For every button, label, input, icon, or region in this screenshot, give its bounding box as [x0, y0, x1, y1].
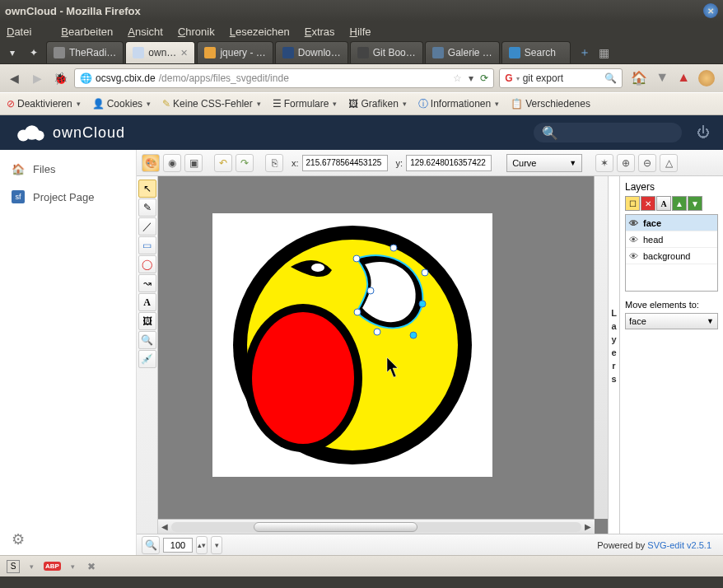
eyedropper-tool[interactable]: 💉	[138, 350, 156, 368]
menu-extras[interactable]: Extras	[305, 26, 335, 38]
pencil-tool[interactable]: ✎	[138, 198, 156, 217]
main-menu-button[interactable]: 🎨	[142, 154, 160, 172]
browser-tab[interactable]: jquery - …	[197, 41, 273, 63]
greasemonkey-icon[interactable]	[698, 70, 715, 86]
url-input[interactable]: 🌐 ocsvg.cbix.de/demo/apps/files_svgedit/…	[74, 68, 494, 88]
dev-info[interactable]: ⓘInformationen	[418, 97, 499, 111]
layer-down-button[interactable]: ▼	[688, 196, 702, 211]
browser-tab[interactable]: Search	[501, 41, 571, 63]
layer-row[interactable]: 👁background	[626, 248, 717, 264]
site-identity-icon[interactable]: 🌐	[80, 72, 92, 84]
eye-icon[interactable]: 👁	[629, 235, 638, 245]
svgedit-link[interactable]: SVG-edit v2.5.1	[647, 540, 711, 550]
sidebar-item-project[interactable]: sf Project Page	[0, 183, 136, 211]
dev-css[interactable]: ✎Keine CSS-Fehler	[162, 98, 261, 110]
sidebar-item-files[interactable]: 🏠 Files	[0, 155, 136, 183]
layer-row[interactable]: 👁face	[626, 215, 717, 231]
window-titlebar: ownCloud - Mozilla Firefox ✕	[0, 0, 723, 21]
text-tool[interactable]: A	[138, 293, 156, 311]
eye-icon[interactable]: 👁	[629, 251, 638, 261]
segment-type-select[interactable]: Curve▼	[506, 154, 582, 172]
all-tabs-button[interactable]: ▦	[599, 46, 609, 59]
redo-button[interactable]: ↷	[236, 154, 254, 172]
menu-help[interactable]: Hilfe	[350, 26, 371, 38]
browser-tab[interactable]: Downlo…	[275, 41, 348, 63]
dev-forms[interactable]: ☰Formulare	[273, 98, 338, 110]
tab-list-button[interactable]: ▾	[3, 41, 21, 63]
forward-button[interactable]: ▶	[28, 69, 46, 87]
node-del-button[interactable]: ⊖	[638, 154, 656, 172]
reload-button[interactable]: ⟳	[480, 72, 488, 84]
layer-delete-button[interactable]: ✕	[641, 196, 655, 211]
layer-new-button[interactable]: ☐	[625, 196, 640, 211]
svg-editor: 🎨 ◉ ▣ ↶ ↷ ⎘ x: 215.6778564453125 y: 129.…	[137, 150, 723, 555]
back-button[interactable]: ◀	[5, 69, 23, 87]
menu-edit[interactable]: Bearbeiten	[61, 26, 113, 38]
dev-misc[interactable]: 📋Verschiedenes	[511, 98, 590, 110]
home-icon: 🏠	[12, 162, 25, 175]
tab-group-button[interactable]: ✦	[23, 41, 44, 63]
node-open-button[interactable]: △	[660, 154, 678, 172]
noscript-icon[interactable]: S	[7, 560, 20, 573]
clone-button[interactable]: ⎘	[265, 154, 283, 172]
path-tool[interactable]: ↝	[138, 274, 156, 292]
adblock-icon[interactable]: ABP	[44, 562, 61, 571]
zoom-stepper[interactable]: ▴▾	[196, 536, 208, 554]
search-icon[interactable]: 🔍	[604, 72, 617, 84]
menu-file[interactable]: Datei	[7, 26, 46, 38]
layer-row[interactable]: 👁head	[626, 231, 717, 248]
horizontal-scrollbar[interactable]: ◀▶	[158, 519, 595, 534]
logout-button[interactable]: ⏻	[697, 125, 710, 140]
owncloud-sidebar: 🏠 Files sf Project Page ⚙	[0, 150, 137, 555]
ellipse-tool[interactable]: ◯	[138, 255, 156, 273]
menu-bookmarks[interactable]: Lesezeichen	[230, 26, 290, 38]
settings-gear-icon[interactable]: ⚙	[12, 530, 25, 548]
firebug-icon[interactable]: 🐞	[51, 69, 69, 87]
canvas[interactable]: ◀▶	[158, 176, 608, 534]
search-engine-icon[interactable]: G	[505, 72, 512, 84]
menu-view[interactable]: Ansicht	[128, 26, 163, 38]
browser-tab[interactable]: Git Boo…	[350, 41, 423, 63]
move-elements-label: Move elements to:	[625, 300, 718, 310]
owncloud-logo[interactable]: ownCloud	[13, 122, 125, 143]
y-coord-input[interactable]: 129.6248016357422	[406, 155, 492, 171]
window-close-button[interactable]: ✕	[703, 3, 718, 18]
firefox-statusbar: S ▾ ABP ▾ ✖	[0, 555, 723, 576]
zoom-input[interactable]: 100	[163, 538, 193, 553]
dev-deactivate[interactable]: ⊘Deaktivieren	[7, 98, 81, 110]
dev-cookies[interactable]: 👤Cookies	[92, 98, 151, 110]
ext-status-icon[interactable]: ✖	[85, 560, 98, 573]
zoom-dropdown[interactable]: ▾	[211, 536, 222, 554]
close-tab-icon[interactable]: ✕	[180, 48, 188, 58]
move-elements-select[interactable]: face▼	[625, 313, 718, 329]
node-link-button[interactable]: ✶	[595, 154, 613, 172]
new-tab-button[interactable]: ＋	[579, 45, 590, 60]
browser-tab[interactable]: Galerie …	[425, 41, 500, 63]
undo-button[interactable]: ↶	[214, 154, 232, 172]
home-button[interactable]: 🏠	[631, 70, 647, 86]
menu-history[interactable]: Chronik	[178, 26, 215, 38]
downloads-button[interactable]: ▼	[655, 70, 669, 86]
wireframe-button[interactable]: ◉	[163, 154, 181, 172]
source-button[interactable]: ▣	[184, 154, 203, 172]
rect-tool[interactable]: ▭	[138, 236, 156, 254]
zoom-tool[interactable]: 🔍	[138, 331, 156, 349]
node-add-button[interactable]: ⊕	[617, 154, 635, 172]
search-input[interactable]: G ▾ git export 🔍	[499, 68, 623, 88]
browser-tab[interactable]: own…✕	[125, 41, 195, 63]
browser-tab[interactable]: TheRadi…	[46, 41, 124, 63]
layer-up-button[interactable]: ▲	[672, 196, 687, 211]
zoom-tool-button[interactable]: 🔍	[142, 536, 160, 554]
bookmark-star-icon[interactable]: ☆	[453, 72, 462, 84]
owncloud-header: ownCloud 🔍 ⏻	[0, 115, 723, 150]
image-tool[interactable]: 🖼	[138, 312, 156, 330]
owncloud-search-input[interactable]: 🔍	[534, 123, 682, 142]
ext-icon[interactable]: ▲	[677, 70, 690, 86]
eye-icon[interactable]: 👁	[629, 218, 638, 228]
x-coord-input[interactable]: 215.6778564453125	[302, 155, 388, 171]
layer-rename-button[interactable]: A	[656, 196, 671, 211]
dev-graphics[interactable]: 🖼Grafiken	[348, 98, 406, 110]
layers-panel-toggle[interactable]: Layers	[608, 176, 619, 534]
line-tool[interactable]: ／	[138, 217, 156, 236]
select-tool[interactable]: ↖	[138, 180, 156, 198]
